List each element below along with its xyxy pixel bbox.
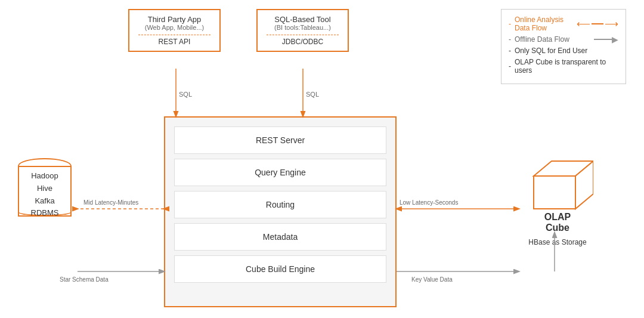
olap-box: OLAP Cube HBase as Storage: [522, 152, 593, 246]
olap-subtitle: Cube: [522, 223, 593, 233]
legend-box: - Online Analysis Data Flow ⟵ ⟶ - Offlin…: [501, 9, 626, 84]
hadoop-box: Hadoop Hive Kafka RDBMS: [18, 158, 72, 224]
sql-tool-subtitle: (BI tools:Tableau...): [267, 24, 339, 31]
svg-text:SQL: SQL: [179, 91, 192, 98]
routing-row: Routing: [174, 191, 386, 218]
sql-tool-title: SQL-Based Tool: [267, 15, 339, 24]
sql-tool-box: SQL-Based Tool (BI tools:Tableau...) JDB…: [256, 9, 349, 52]
olap-title: OLAP: [522, 212, 593, 223]
svg-marker-0: [534, 176, 575, 209]
svg-text:Low Latency-Seconds: Low Latency-Seconds: [400, 199, 458, 206]
query-engine-row: Query Engine: [174, 159, 386, 186]
svg-text:Key Value Data: Key Value Data: [411, 276, 453, 283]
rest-server-row: REST Server: [174, 126, 386, 154]
third-party-title: Third Party App: [138, 15, 210, 24]
olap-cube-svg: [522, 152, 593, 218]
jdbc-label: JDBC/ODBC: [267, 35, 339, 46]
rest-api-label: REST API: [138, 35, 210, 46]
legend-sql: - Only SQL for End User: [509, 47, 618, 55]
legend-offline: - Offline Data Flow ▶: [509, 35, 618, 44]
third-party-box: Third Party App (Web App, Mobile...) RES…: [128, 9, 221, 52]
legend-olap: - OLAP Cube is transparent to users: [509, 58, 618, 75]
third-party-subtitle: (Web App, Mobile...): [138, 24, 210, 31]
cylinder-text: Hadoop Hive Kafka RDBMS: [18, 170, 72, 220]
hadoop-cylinder: Hadoop Hive Kafka RDBMS: [18, 158, 72, 224]
main-box: REST Server Query Engine Routing Metadat…: [164, 116, 397, 307]
diagram-container: - Online Analysis Data Flow ⟵ ⟶ - Offlin…: [0, 0, 644, 318]
legend-online: - Online Analysis Data Flow ⟵ ⟶: [509, 16, 618, 32]
svg-text:Mid Latency-Minutes: Mid Latency-Minutes: [83, 199, 138, 206]
svg-text:SQL: SQL: [306, 91, 319, 98]
hbase-label: HBase as Storage: [522, 238, 593, 246]
metadata-row: Metadata: [174, 223, 386, 251]
svg-text:Star Schema Data: Star Schema Data: [60, 276, 109, 283]
cube-build-engine-row: Cube Build Engine: [174, 255, 386, 283]
